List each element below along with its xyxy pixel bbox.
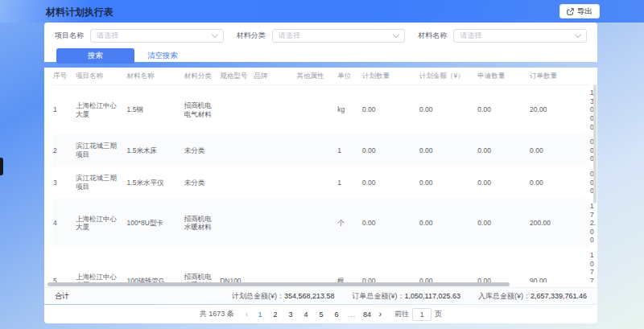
- table-cell: 根: [336, 248, 361, 282]
- table-cell: [295, 134, 336, 167]
- table-cell: 200.00: [529, 199, 589, 248]
- export-label: 导出: [577, 6, 592, 17]
- column-header: 序号: [52, 68, 75, 85]
- export-icon: [567, 8, 574, 15]
- table-cell: 0.00: [419, 134, 477, 167]
- next-page-button[interactable]: ›: [378, 310, 384, 319]
- project-name-label: 项目名称: [55, 31, 84, 41]
- select-placeholder: 请选择: [97, 31, 213, 41]
- summary-row: 合计 计划总金额(¥)：354,568,213.58订单总金额(¥)：1,050…: [44, 287, 597, 304]
- table-cell: 个: [336, 199, 361, 248]
- table-cell: [219, 167, 253, 199]
- table-cell: 20.00: [529, 85, 589, 135]
- table-cell: 招商机电 水暖材料: [184, 248, 220, 282]
- table-cell: [253, 248, 295, 282]
- table-cell: [295, 167, 336, 199]
- table-cell: 未分类: [184, 134, 220, 167]
- table-cell: 0.00: [477, 167, 529, 199]
- select-placeholder: 请选择: [460, 31, 576, 41]
- chevron-down-icon: [211, 31, 217, 38]
- table-cell: 1.5米木床: [126, 134, 184, 167]
- table-cell: [295, 248, 336, 282]
- table-cell: 1.5钢: [126, 85, 184, 135]
- results-panel: 序号项目名称材料名称材料分类规格型号品牌其他属性单位计划数量计划金额（¥）申请数…: [44, 68, 597, 304]
- column-header: 品牌: [253, 68, 295, 85]
- goto-prefix: 前往: [394, 309, 409, 319]
- column-header: 单位: [336, 68, 361, 85]
- table-cell: 0.00: [529, 167, 589, 199]
- table-cell: [253, 134, 295, 167]
- search-button[interactable]: 搜索: [56, 48, 134, 64]
- goto-page-input[interactable]: [412, 308, 431, 321]
- material-name-label: 材料名称: [418, 31, 447, 41]
- table-cell: 上海松江中心大厦: [75, 248, 126, 282]
- table-cell: [219, 85, 253, 135]
- project-name-select[interactable]: 请选择: [90, 29, 224, 43]
- page-number[interactable]: 4: [301, 310, 312, 319]
- table-cell: 0.00: [361, 134, 419, 167]
- column-header: 申请数量: [477, 68, 529, 85]
- table-head-row: 序号项目名称材料名称材料分类规格型号品牌其他属性单位计划数量计划金额（¥）申请数…: [52, 68, 589, 85]
- chevron-down-icon: [393, 31, 399, 38]
- table-cell: 0.00: [419, 248, 477, 282]
- column-header: 计划数量: [361, 68, 419, 85]
- table-cell: 1: [336, 167, 361, 199]
- table-cell: [253, 85, 295, 135]
- table-cell: 100铸铁管G: [126, 248, 184, 282]
- column-header: 其他属性: [295, 68, 336, 85]
- table-cell: [253, 167, 295, 199]
- pagination-bar: 共 1673 条 ‹ 123456...84 › 前往 页: [44, 305, 597, 323]
- table-cell: 招商机电 电气材料: [184, 85, 220, 135]
- select-placeholder: 请选择: [279, 31, 394, 41]
- table-cell: 0.00: [361, 167, 419, 199]
- sidebar-collapse-handle[interactable]: [0, 158, 3, 175]
- table-cell: 0.00: [361, 248, 419, 282]
- column-header: 项目名称: [75, 68, 126, 85]
- page-number[interactable]: 3: [286, 310, 296, 319]
- table-cell: 上海松江中心大厦: [75, 85, 126, 135]
- table-cell: 5: [52, 248, 75, 282]
- table-body: 1上海松江中心大厦1.5钢招商机电 电气材料kg0.000.000.0020.0…: [52, 85, 589, 283]
- page-ellipsis[interactable]: ...: [347, 310, 357, 319]
- table-cell: [253, 199, 295, 248]
- table-cell: 滨江花城三期项目: [75, 134, 126, 167]
- table-cell: 1: [336, 134, 361, 167]
- table-cell: 滨江花城三期项目: [75, 167, 126, 199]
- table-cell: 0.00: [419, 85, 477, 135]
- page-title: 材料计划执行表: [46, 6, 114, 19]
- export-button[interactable]: 导出: [559, 4, 600, 19]
- table-cell: [295, 85, 336, 135]
- table-row: 1上海松江中心大厦1.5钢招商机电 电气材料kg0.000.000.0020.0…: [52, 85, 589, 135]
- page-number[interactable]: 84: [362, 310, 373, 319]
- filter-panel: 项目名称 请选择 材料分类 请选择 材料名称 请选择 搜索 清空搜索: [44, 23, 597, 62]
- table-row: 2滨江花城三期项目1.5米木床未分类10.000.000.000.000.00: [52, 134, 589, 167]
- table-cell: 0.00: [419, 167, 477, 199]
- page-number[interactable]: 5: [316, 310, 327, 319]
- page-number[interactable]: 1: [255, 310, 266, 319]
- prev-page-button[interactable]: ‹: [244, 310, 250, 319]
- page-number[interactable]: 2: [270, 310, 281, 319]
- material-name-select[interactable]: 请选择: [453, 29, 587, 43]
- page-number[interactable]: 6: [332, 310, 342, 319]
- horizontal-scrollbar-thumb[interactable]: [47, 282, 510, 286]
- table-cell: [295, 199, 336, 248]
- table-cell: 1.5米水平仪: [126, 167, 184, 199]
- table-cell: 0.00: [419, 199, 477, 248]
- summary-item: 入库总金额(¥)：2,657,339,761.46: [478, 291, 587, 302]
- table-cell: 0.00: [529, 134, 589, 167]
- table-cell: 0.00: [477, 85, 529, 135]
- table-cell: 0.00: [361, 199, 419, 248]
- clear-search-link[interactable]: 清空搜索: [147, 51, 178, 61]
- material-category-label: 材料分类: [237, 31, 266, 41]
- table-cell: [219, 199, 253, 248]
- chevron-down-icon: [575, 31, 581, 38]
- column-header: 材料分类: [184, 68, 220, 85]
- pagination-total: 共 1673 条: [200, 309, 234, 319]
- column-header: 材料名称: [126, 68, 184, 85]
- table-row: 5上海松江中心大厦100铸铁管G招商机电 水暖材料DN100根0.000.000…: [52, 248, 589, 282]
- vertical-scrollbar-thumb[interactable]: [593, 84, 597, 204]
- summary-item: 计划总金额(¥)：354,568,213.58: [232, 291, 335, 302]
- material-category-select[interactable]: 请选择: [272, 29, 406, 43]
- table-row: 3滨江花城三期项目1.5米水平仪未分类10.000.000.000.000.00: [52, 167, 589, 199]
- table-cell: kg: [336, 85, 361, 135]
